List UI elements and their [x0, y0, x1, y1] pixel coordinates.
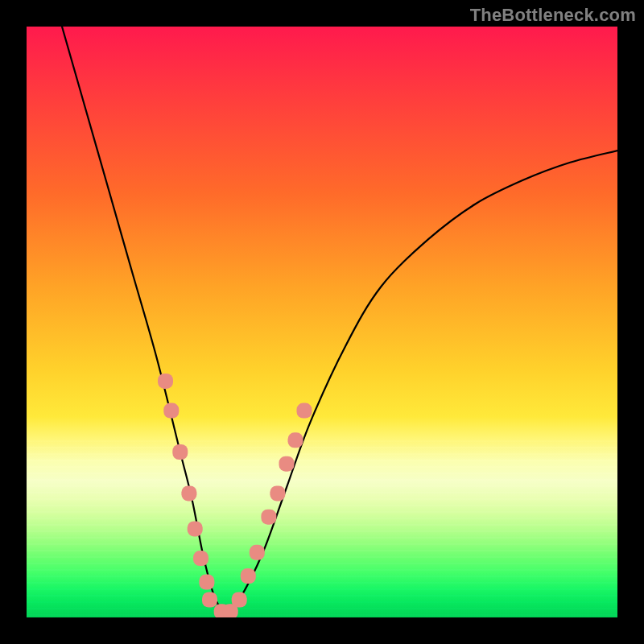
marker-dot	[288, 432, 303, 448]
marker-dot	[279, 456, 295, 472]
watermark-text: TheBottleneck.com	[470, 5, 636, 26]
marker-dot	[202, 592, 217, 608]
marker-dot	[232, 592, 247, 608]
marker-dot	[199, 575, 214, 590]
marker-dot	[158, 374, 173, 389]
marker-dot	[270, 485, 285, 501]
plot-area	[27, 27, 617, 617]
marker-dot	[181, 485, 196, 501]
marker-dot	[163, 403, 179, 419]
marker-dot	[261, 510, 276, 525]
marker-dot	[241, 568, 256, 584]
marker-dot	[193, 551, 208, 566]
marker-dot	[250, 545, 265, 560]
bottleneck-curve	[62, 27, 617, 612]
curve-svg	[27, 27, 617, 617]
marker-dot	[172, 444, 188, 460]
highlighted-points	[158, 374, 312, 617]
chart-container: TheBottleneck.com	[0, 0, 644, 644]
marker-dot	[297, 403, 312, 419]
marker-dot	[188, 521, 203, 536]
